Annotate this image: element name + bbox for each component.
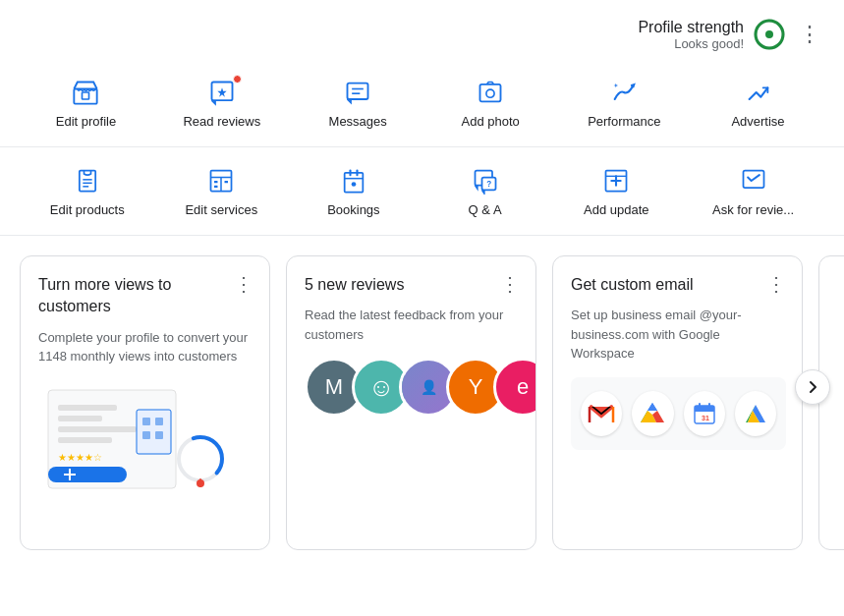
- nav-label-read-reviews: Read reviews: [183, 114, 260, 129]
- card-views-header: Turn more views to customers ⋮: [38, 274, 253, 318]
- store-icon: [70, 77, 101, 108]
- gmail-icon: [581, 391, 622, 436]
- drive-icon: [632, 391, 673, 436]
- nav-label-edit-products: Edit products: [50, 202, 125, 217]
- cards-area: Turn more views to customers ⋮ Complete …: [0, 236, 844, 550]
- svg-rect-43: [142, 431, 150, 439]
- calendar-icon: 31: [684, 391, 725, 436]
- nav-item-edit-services[interactable]: Edit services: [181, 157, 261, 225]
- nav-label-edit-profile: Edit profile: [56, 114, 116, 129]
- reviews-icon: [206, 77, 238, 108]
- svg-rect-4: [83, 92, 89, 99]
- svg-rect-38: [58, 437, 112, 443]
- svg-point-2: [765, 30, 773, 38]
- nav-label-bookings: Bookings: [327, 202, 379, 217]
- nav-item-bookings[interactable]: Bookings: [314, 157, 393, 225]
- card-reviews: 5 new reviews ⋮ Read the latest feedback…: [286, 255, 536, 550]
- svg-point-25: [352, 182, 357, 187]
- svg-rect-58: [695, 410, 714, 412]
- products-icon: [72, 165, 103, 196]
- nav-label-messages: Messages: [329, 114, 387, 129]
- nav-item-add-update[interactable]: Add update: [577, 157, 655, 225]
- looks-good-label: Looks good!: [674, 36, 744, 51]
- nav-label-add-update: Add update: [584, 202, 649, 217]
- profile-strength-section: Profile strength Looks good!: [638, 19, 744, 51]
- workspace-icon: [735, 391, 776, 436]
- svg-rect-35: [58, 405, 117, 411]
- card-reviews-title: 5 new reviews: [305, 274, 404, 296]
- avatar-4: e: [493, 358, 536, 417]
- nav-label-add-photo: Add photo: [462, 114, 520, 129]
- svg-rect-19: [225, 181, 229, 183]
- svg-rect-9: [480, 84, 501, 102]
- card-views-more[interactable]: ⋮: [234, 272, 253, 296]
- card-email-title: Get custom email: [571, 274, 693, 296]
- next-arrow-button[interactable]: [795, 369, 830, 405]
- nav-item-edit-products[interactable]: Edit products: [46, 157, 129, 225]
- svg-text:?: ?: [486, 180, 491, 189]
- svg-rect-40: [137, 410, 171, 454]
- card-reviews-header: 5 new reviews ⋮: [305, 274, 520, 296]
- nav-row-2: Edit products Edit services: [0, 147, 844, 236]
- card-partial: [818, 255, 844, 550]
- nav-item-qa[interactable]: ? Q & A: [446, 157, 525, 225]
- svg-rect-36: [58, 416, 102, 421]
- card-reviews-desc: Read the latest feedback from your custo…: [305, 306, 520, 344]
- card-views-title: Turn more views to customers: [38, 274, 234, 318]
- svg-rect-45: [48, 467, 127, 482]
- nav-row-1: Edit profile Read reviews Messages: [0, 59, 844, 147]
- services-icon: [205, 165, 237, 196]
- svg-rect-11: [80, 171, 95, 192]
- avatars-row: M ☺ 👤 Y e: [305, 358, 520, 436]
- profile-strength-icon: [754, 19, 785, 50]
- svg-rect-20: [214, 186, 218, 188]
- card-reviews-more[interactable]: ⋮: [500, 272, 520, 296]
- svg-text:★★★★☆: ★★★★☆: [58, 452, 102, 463]
- nav-label-ask-review: Ask for revie...: [712, 202, 794, 217]
- svg-rect-41: [142, 418, 150, 425]
- askreview-icon: [738, 165, 769, 196]
- header: Profile strength Looks good! ⋮: [0, 0, 844, 59]
- svg-rect-42: [155, 418, 163, 425]
- card-email: Get custom email ⋮ Set up business email…: [552, 255, 803, 550]
- reviews-badge: [233, 75, 242, 84]
- nav-item-read-reviews[interactable]: Read reviews: [179, 69, 264, 137]
- nav-item-add-photo[interactable]: Add photo: [451, 69, 530, 137]
- svg-rect-6: [348, 84, 368, 99]
- svg-point-10: [486, 89, 494, 97]
- performance-icon: [608, 77, 640, 108]
- nav-label-qa: Q & A: [469, 202, 502, 217]
- nav-item-advertise[interactable]: Advertise: [719, 69, 798, 137]
- card-views: Turn more views to customers ⋮ Complete …: [20, 255, 270, 550]
- addupdate-icon: [600, 165, 632, 196]
- svg-rect-37: [58, 426, 137, 432]
- qa-icon: ?: [470, 165, 501, 196]
- nav-label-performance: Performance: [588, 114, 660, 129]
- nav-item-messages[interactable]: Messages: [318, 69, 397, 137]
- nav-item-performance[interactable]: Performance: [584, 69, 664, 137]
- card-email-header: Get custom email ⋮: [571, 274, 786, 296]
- card-email-desc: Set up business email @your-business.com…: [571, 306, 786, 364]
- card-views-illustration: ★★★★☆: [38, 380, 253, 498]
- svg-rect-44: [155, 431, 163, 439]
- message-icon: [342, 77, 373, 108]
- header-more-button[interactable]: ⋮: [795, 18, 824, 51]
- nav-item-ask-review[interactable]: Ask for revie...: [708, 157, 798, 225]
- svg-text:31: 31: [702, 415, 709, 421]
- advertise-icon: [743, 77, 774, 108]
- bookings-icon: [338, 165, 369, 196]
- nav-label-edit-services: Edit services: [185, 202, 257, 217]
- svg-rect-18: [214, 181, 218, 183]
- google-apps-illustration: 31: [571, 377, 786, 450]
- profile-strength-label: Profile strength: [638, 19, 744, 36]
- photo-icon: [475, 77, 506, 108]
- card-views-desc: Complete your profile to convert your 11…: [38, 328, 253, 366]
- card-email-more[interactable]: ⋮: [766, 272, 786, 296]
- nav-label-advertise: Advertise: [731, 114, 784, 129]
- nav-item-edit-profile[interactable]: Edit profile: [46, 69, 125, 137]
